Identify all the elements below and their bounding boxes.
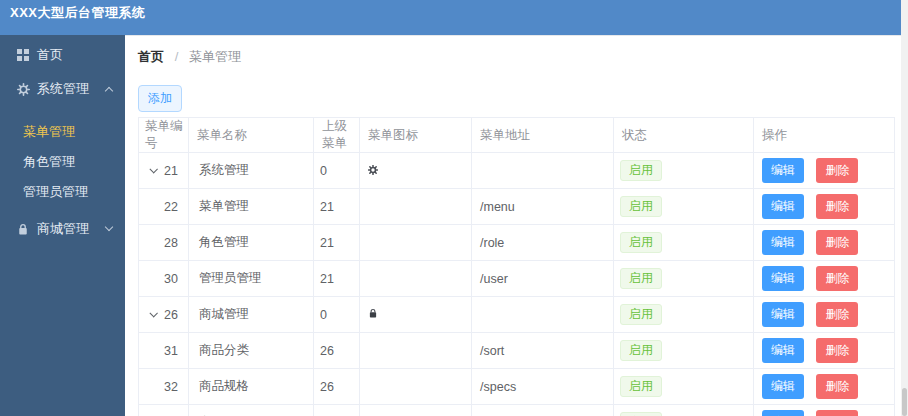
sidebar-item-label: 商城管理 xyxy=(37,220,89,238)
delete-button[interactable]: 删除 xyxy=(816,410,858,416)
parent-menu-cell: 26 xyxy=(314,369,360,405)
menu-name-cell: 商品分类 xyxy=(189,333,314,369)
table-row: 21 系统管理 0 启用 编辑 删除 xyxy=(139,153,895,189)
table-row: 32 商品规格 26 /specs 启用 编辑 删除 xyxy=(139,369,895,405)
menu-name-cell: 管理员管理 xyxy=(189,261,314,297)
app-title: XXX大型后台管理系统 xyxy=(10,4,146,22)
expand-chevron-icon[interactable] xyxy=(150,165,158,173)
column-header-menu-url: 菜单地址 xyxy=(472,118,614,153)
main-content: 首页 / 菜单管理 添加 菜单编号 菜单名称 上级菜单 菜单图标 菜单地址 状态… xyxy=(125,35,901,416)
expand-chevron-icon[interactable] xyxy=(150,309,158,317)
table-row: 31 商品分类 26 /sort 启用 编辑 删除 xyxy=(139,333,895,369)
parent-menu-cell: 0 xyxy=(314,153,360,189)
menu-id-cell: 21 xyxy=(164,164,178,178)
shop-bag-icon xyxy=(17,223,30,236)
add-button[interactable]: 添加 xyxy=(138,85,182,112)
app-header: XXX大型后台管理系统 xyxy=(0,0,901,35)
status-badge: 启用 xyxy=(620,268,662,289)
delete-button[interactable]: 删除 xyxy=(816,158,858,183)
delete-button[interactable]: 删除 xyxy=(816,302,858,327)
menu-url-cell: /user xyxy=(472,261,614,297)
parent-menu-cell: 21 xyxy=(314,189,360,225)
parent-menu-cell: 21 xyxy=(314,261,360,297)
edit-button[interactable]: 编辑 xyxy=(762,374,804,399)
breadcrumb-home[interactable]: 首页 xyxy=(138,49,164,64)
sidebar: 首页 系统管理 菜单管理 角色管理 管理员管理 xyxy=(0,35,125,416)
parent-menu-cell: 21 xyxy=(314,225,360,261)
menu-id-cell: 28 xyxy=(164,236,178,250)
status-badge: 启用 xyxy=(620,340,662,361)
table-row: 30 管理员管理 21 /user 启用 编辑 删除 xyxy=(139,261,895,297)
scrollbar[interactable] xyxy=(901,0,908,416)
sidebar-item-system[interactable]: 系统管理 xyxy=(0,72,125,106)
delete-button[interactable]: 删除 xyxy=(816,374,858,399)
menu-url-cell: /sort xyxy=(472,333,614,369)
menu-name-cell: 商城管理 xyxy=(189,297,314,333)
status-badge: 启用 xyxy=(620,196,662,217)
gear-icon xyxy=(17,83,30,96)
menu-id-cell: 26 xyxy=(164,308,178,322)
menu-id-cell: 31 xyxy=(164,344,178,358)
breadcrumb-current: 菜单管理 xyxy=(189,49,241,64)
parent-menu-cell: 26 xyxy=(314,405,360,416)
edit-button[interactable]: 编辑 xyxy=(762,230,804,255)
menu-id-cell: 32 xyxy=(164,380,178,394)
sidebar-item-menu-manage[interactable]: 菜单管理 xyxy=(0,117,125,147)
parent-menu-cell: 0 xyxy=(314,297,360,333)
sidebar-item-home[interactable]: 首页 xyxy=(0,38,125,72)
column-header-menu-icon: 菜单图标 xyxy=(360,118,472,153)
sidebar-item-mall[interactable]: 商城管理 xyxy=(0,212,125,246)
edit-button[interactable]: 编辑 xyxy=(762,410,804,416)
table-row: 28 角色管理 21 /role 启用 编辑 删除 xyxy=(139,225,895,261)
system-submenu: 菜单管理 角色管理 管理员管理 xyxy=(0,106,125,212)
edit-button[interactable]: 编辑 xyxy=(762,158,804,183)
grid-icon xyxy=(17,49,30,62)
menu-name-cell: 商品管理 xyxy=(189,405,314,416)
menu-icon-cell xyxy=(360,297,472,333)
menu-table: 菜单编号 菜单名称 上级菜单 菜单图标 菜单地址 状态 操作 21 系统管理 0… xyxy=(138,117,895,416)
status-badge: 启用 xyxy=(620,160,662,181)
gear-icon xyxy=(368,165,378,175)
menu-url-cell: /specs xyxy=(472,369,614,405)
column-header-parent-menu: 上级菜单 xyxy=(314,118,360,153)
edit-button[interactable]: 编辑 xyxy=(762,338,804,363)
menu-url-cell: /goods xyxy=(472,405,614,416)
table-row: 33 商品管理 26 /goods 启用 编辑 删除 xyxy=(139,405,895,416)
menu-icon-cell xyxy=(360,261,472,297)
menu-icon-cell xyxy=(360,369,472,405)
column-header-status: 状态 xyxy=(614,118,754,153)
sidebar-item-admin-manage[interactable]: 管理员管理 xyxy=(0,177,125,207)
menu-icon-cell xyxy=(360,225,472,261)
status-badge: 启用 xyxy=(620,376,662,397)
sidebar-item-role-manage[interactable]: 角色管理 xyxy=(0,147,125,177)
delete-button[interactable]: 删除 xyxy=(816,338,858,363)
delete-button[interactable]: 删除 xyxy=(816,194,858,219)
chevron-up-icon xyxy=(105,87,113,95)
parent-menu-cell: 26 xyxy=(314,333,360,369)
delete-button[interactable]: 删除 xyxy=(816,266,858,291)
table-body: 21 系统管理 0 启用 编辑 删除 22 菜单管理 21 /menu 启用 编… xyxy=(139,153,895,416)
edit-button[interactable]: 编辑 xyxy=(762,266,804,291)
menu-id-cell: 30 xyxy=(164,272,178,286)
scrollbar-thumb[interactable] xyxy=(902,388,907,416)
breadcrumb: 首页 / 菜单管理 xyxy=(125,36,901,66)
edit-button[interactable]: 编辑 xyxy=(762,194,804,219)
menu-icon-cell xyxy=(360,153,472,189)
column-header-actions: 操作 xyxy=(754,118,895,153)
status-badge: 启用 xyxy=(620,412,662,416)
table-header-row: 菜单编号 菜单名称 上级菜单 菜单图标 菜单地址 状态 操作 xyxy=(139,118,895,153)
column-header-menu-name: 菜单名称 xyxy=(189,118,314,153)
status-badge: 启用 xyxy=(620,232,662,253)
menu-icon-cell xyxy=(360,189,472,225)
menu-icon-cell xyxy=(360,405,472,416)
chevron-down-icon xyxy=(105,223,113,231)
sidebar-item-label: 系统管理 xyxy=(37,80,89,98)
table-row: 26 商城管理 0 启用 编辑 删除 xyxy=(139,297,895,333)
table-row: 22 菜单管理 21 /menu 启用 编辑 删除 xyxy=(139,189,895,225)
status-badge: 启用 xyxy=(620,304,662,325)
menu-icon-cell xyxy=(360,333,472,369)
menu-name-cell: 角色管理 xyxy=(189,225,314,261)
column-header-menu-id: 菜单编号 xyxy=(139,118,189,153)
delete-button[interactable]: 删除 xyxy=(816,230,858,255)
edit-button[interactable]: 编辑 xyxy=(762,302,804,327)
